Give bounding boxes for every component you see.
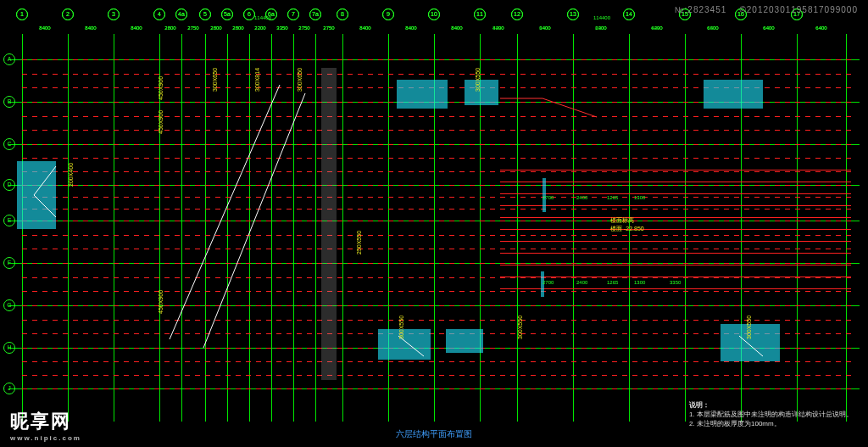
- dimension-mid: 1300: [634, 195, 645, 200]
- dimension-mid: 2400: [576, 280, 587, 285]
- dimension-label: 2800: [164, 25, 175, 432]
- dimension-label: 8400: [492, 25, 504, 432]
- beam-size-label: 300X550: [398, 316, 404, 339]
- dimension-label: 8400: [85, 25, 96, 432]
- beam-size-label: 250X550: [356, 231, 362, 254]
- watermark-url: www.nipic.com: [10, 434, 81, 442]
- elevation-note: 楼面标高 楼面 -22.850: [610, 216, 644, 233]
- notes-block: 说明： 1. 本层梁配筋及图中未注明的构造详结构设计总说明。 2. 未注明的板厚…: [689, 400, 853, 428]
- beam-size-label: 300X550: [746, 316, 752, 339]
- beam-size-label: 300X650: [212, 68, 218, 92]
- site-watermark: 昵享网 www.nipic.com: [10, 409, 81, 442]
- beam-size-label: 200X400: [68, 163, 74, 187]
- timestamp-text: ©20120301195817099000: [739, 5, 858, 14]
- dimension-label: 6400: [815, 25, 826, 432]
- note-line-2: 2. 未注明的板厚度为100mm。: [689, 419, 853, 428]
- dimension-mid: 2700: [542, 280, 554, 285]
- notes-heading: 说明：: [689, 400, 853, 410]
- dimension-label: 2750: [323, 25, 334, 432]
- dimension-label: 6400: [651, 25, 662, 432]
- dimension-mid: 2400: [576, 195, 587, 200]
- overall-span-dim: 114400: [593, 15, 610, 20]
- image-id-text: №:2823451: [675, 5, 726, 14]
- dimension-label: 8400: [405, 25, 416, 432]
- beam-size-label: 300X550: [475, 68, 481, 92]
- dimension-label: 3350: [276, 25, 287, 432]
- beam-size-label: 300X814: [254, 68, 260, 92]
- beam-size-label: 450X900: [158, 110, 164, 134]
- dimension-mid: 2700: [542, 195, 554, 200]
- dimension-label: 8400: [359, 25, 370, 432]
- beam-size-label: 300X550: [517, 316, 523, 339]
- dimension-label: 6400: [539, 25, 550, 432]
- drawing-title: 六层结构平面布置图: [396, 428, 472, 440]
- timestamp-overlay: №:2823451 ©20120301195817099000: [675, 5, 858, 14]
- beam-size-label: 450X900: [158, 76, 164, 100]
- dimension-label: 2800: [232, 25, 243, 432]
- dimension-label: 8400: [131, 25, 142, 432]
- dimension-label: 8400: [39, 25, 50, 432]
- overall-span-dim: 114400: [254, 15, 271, 20]
- beam-size-label: 300X650: [297, 68, 303, 92]
- watermark-text: 昵享网: [10, 411, 71, 432]
- dimension-label: 8400: [451, 25, 462, 432]
- dimension-mid: 3350: [670, 280, 681, 285]
- dimension-label: 6400: [763, 25, 774, 432]
- dimension-label: 6400: [595, 25, 606, 432]
- dimension-mid: 1265: [607, 195, 618, 200]
- dimension-label: 2750: [187, 25, 198, 432]
- cad-floor-plan: 112233444a4a555a5a666a6a777a7a8899101011…: [0, 0, 868, 447]
- dimension-mid: 1265: [607, 280, 618, 285]
- dimension-mid: 1300: [634, 280, 645, 285]
- beam-size-label: 450X900: [158, 290, 164, 314]
- note-line-1: 1. 本层梁配筋及图中未注明的构造详结构设计总说明。: [689, 410, 853, 419]
- dimension-label: 6400: [707, 25, 718, 432]
